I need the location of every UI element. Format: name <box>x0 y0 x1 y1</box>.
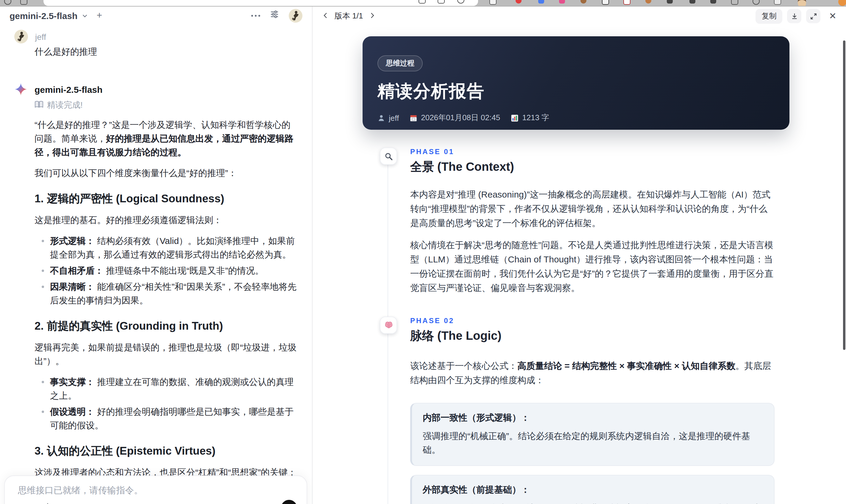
card-body: 强调推理的“经验校准”。解决“GIGO（垃圾进，垃圾出）”问题，确保推理引擎运行… <box>423 501 763 504</box>
extension-icon[interactable] <box>602 0 609 5</box>
user-message: jeff 什么是好的推理 <box>14 30 312 58</box>
message-input[interactable] <box>17 484 281 496</box>
chat-title[interactable]: gemini-2.5-flash <box>10 11 77 20</box>
extension-icon[interactable] <box>515 0 522 4</box>
chat-header: gemini-2.5-flash + <box>0 6 312 25</box>
report-meta: jeff 2026年01月08日 02:45 1213 字 <box>377 112 775 123</box>
paragraph: 我们可以从以下四个维度来衡量什么是“好的推理”： <box>35 166 298 180</box>
list-item: 不自相矛盾： 推理链条中不能出现“既是又非”的情况。 <box>35 264 298 277</box>
paragraph: 这是推理的基石。好的推理必须遵循逻辑法则： <box>35 213 298 227</box>
artifact-content[interactable]: 思维过程 精读分析报告 jeff 2026年01月08日 02:45 <box>313 26 846 504</box>
bullet-dot <box>42 411 44 413</box>
addressbar-star-icon[interactable] <box>457 0 464 4</box>
bullet-label: 因果清晰： <box>50 282 95 292</box>
phase-label: PHASE 01 <box>410 148 846 156</box>
addressbar-share-icon[interactable] <box>438 0 445 4</box>
phase-1-section: PHASE 01 全景 (The Context) 本内容是对“推理 (Reas… <box>380 148 846 295</box>
phase-2-section: PHASE 02 脉络 (The Logic) 该论述基于一个核心公式：高质量结… <box>380 317 846 504</box>
extension-icon[interactable] <box>753 0 760 5</box>
meta-author: jeff <box>377 113 399 122</box>
phase-paragraph: 核心情境在于解决“思考的随意性”问题。不论是人类通过批判性思维进行决策，还是大语… <box>410 238 775 295</box>
section-heading: 3. 认知的公正性 (Epistemic Virtues) <box>35 444 298 458</box>
addressbar-bookmark-icon[interactable] <box>419 0 426 4</box>
close-icon[interactable]: ✕ <box>826 11 840 21</box>
artifact-header: 版本 1/1 复制 ✕ <box>313 6 846 26</box>
user-avatar <box>14 30 28 43</box>
user-message-text: 什么是好的推理 <box>35 44 298 58</box>
extension-icon[interactable] <box>489 0 496 5</box>
expand-icon[interactable] <box>806 9 821 23</box>
chevron-right-icon[interactable] <box>368 12 375 20</box>
browser-profile-avatar[interactable] <box>798 0 806 6</box>
assistant-status-text: 精读完成! <box>47 100 83 111</box>
assistant-status: 精读完成! <box>35 100 312 111</box>
report-badge: 思维过程 <box>377 55 423 71</box>
bullet-dot <box>42 381 44 383</box>
bar-chart-icon <box>511 114 518 122</box>
chevron-left-icon[interactable] <box>322 12 329 20</box>
browser-reload-icon[interactable] <box>4 0 11 5</box>
copy-button[interactable]: 复制 <box>756 8 782 23</box>
new-chat-button[interactable]: + <box>96 11 102 20</box>
browser-grid-icon[interactable] <box>20 0 28 5</box>
card-title: 外部真实性（前提基础）： <box>423 484 763 496</box>
paragraph: 逻辑再完美，如果前提是错误的，推理也是垃圾（即“垃圾进，垃圾出”）。 <box>35 340 298 368</box>
meta-date-text: 2026年01月08日 02:45 <box>421 112 500 123</box>
version-navigator: 版本 1/1 <box>322 11 375 21</box>
bullet-dot <box>42 240 44 242</box>
list-item: 形式逻辑： 结构必须有效（Valid）。比如演绎推理中，如果前提全部为真，那么通… <box>35 234 298 261</box>
extension-icon[interactable] <box>774 0 781 5</box>
chat-panel: gemini-2.5-flash + <box>0 6 313 504</box>
assistant-name: gemini-2.5-flash <box>35 84 102 94</box>
assistant-message: gemini-2.5-flash 精读完成! “什么是好的推理？”这是一个涉及逻… <box>14 83 312 504</box>
app-window: gemini-2.5-flash + <box>0 6 846 504</box>
version-label: 版本 1/1 <box>335 11 363 21</box>
meta-wordcount: 1213 字 <box>511 112 549 123</box>
extension-icon[interactable] <box>538 0 544 4</box>
formula-paragraph: 该论述基于一个核心公式：高质量结论 = 结构完整性 × 事实准确性 × 认知自律… <box>410 359 775 388</box>
extension-icon[interactable] <box>645 0 651 4</box>
extension-icon[interactable] <box>580 0 586 4</box>
meta-date: 2026年01月08日 02:45 <box>410 112 500 123</box>
open-book-icon <box>35 101 43 110</box>
bullet-text: 推理链条中不能出现“既是又非”的情况。 <box>104 265 264 275</box>
chevron-down-icon[interactable] <box>82 12 88 19</box>
browser-address-bar[interactable] <box>43 0 478 6</box>
extension-icon[interactable] <box>689 0 695 4</box>
download-icon[interactable] <box>787 9 801 23</box>
formula-pre: 该论述基于一个核心公式： <box>410 361 517 371</box>
dimension-card: 内部一致性（形式逻辑）： 强调推理的“机械正确”。结论必须在给定的规则系统内逻辑… <box>410 403 775 466</box>
model-settings-icon[interactable] <box>270 10 279 21</box>
calendar-icon <box>410 114 417 122</box>
magnifier-icon <box>380 148 397 165</box>
extension-icon[interactable] <box>667 0 673 4</box>
gemini-star-icon <box>14 83 28 96</box>
extension-icon[interactable] <box>838 0 846 6</box>
extension-icon[interactable] <box>559 0 565 4</box>
report-hero-card: 思维过程 精读分析报告 jeff 2026年01月08日 02:45 <box>363 36 790 130</box>
brain-icon <box>380 317 397 334</box>
extension-icon[interactable] <box>731 0 738 5</box>
section-heading: 2. 前提的真实性 (Grounding in Truth) <box>35 319 298 333</box>
more-options-icon[interactable] <box>251 15 260 16</box>
composer <box>4 475 307 504</box>
browser-toolbar <box>0 0 846 6</box>
report-title: 精读分析报告 <box>377 80 775 104</box>
paragraph: “什么是好的推理？”这是一个涉及逻辑学、认知科学和哲学核心的问题。简单来说，好的… <box>35 118 298 159</box>
user-avatar[interactable] <box>289 8 302 22</box>
list-item: 因果清晰： 能准确区分“相关性”和“因果关系”，不会轻率地将先后发生的事情归为因… <box>35 280 298 307</box>
phase-label: PHASE 02 <box>410 317 846 325</box>
extension-icon[interactable] <box>710 0 716 4</box>
artifact-panel: 版本 1/1 复制 ✕ 思维过程 精读分析报告 <box>313 6 846 504</box>
chat-message-list[interactable]: jeff 什么是好的推理 gemini-2.5-flash <box>0 25 312 504</box>
voice-input-button[interactable] <box>281 500 297 504</box>
bullet-label: 假设透明： <box>50 407 95 416</box>
list-item: 事实支撑： 推理建立在可靠的数据、准确的观测或公认的真理之上。 <box>35 375 298 402</box>
bullet-dot <box>42 286 44 288</box>
assistant-message-body: “什么是好的推理？”这是一个涉及逻辑学、认知科学和哲学核心的问题。简单来说，好的… <box>35 118 298 504</box>
meta-wordcount-text: 1213 字 <box>522 112 549 123</box>
bullet-label: 事实支撑： <box>50 377 95 387</box>
scrollbar-thumb[interactable] <box>843 40 845 350</box>
person-icon <box>377 114 385 122</box>
extension-icon[interactable] <box>623 0 631 5</box>
